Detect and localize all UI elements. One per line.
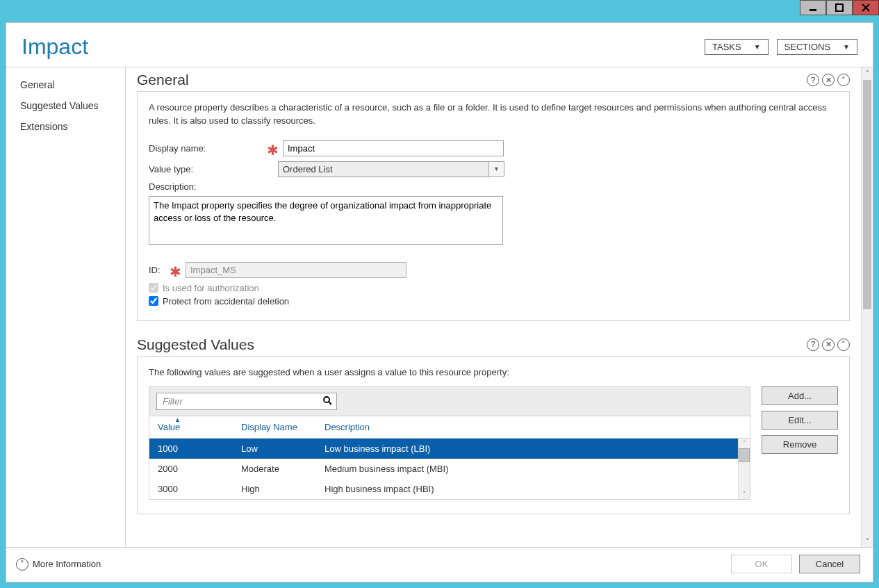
edit-button[interactable]: Edit... bbox=[762, 411, 838, 430]
caret-down-icon: ▼ bbox=[843, 43, 850, 51]
sidebar-item-extensions[interactable]: Extensions bbox=[6, 116, 125, 137]
section-title-suggested: Suggested Values bbox=[137, 336, 254, 353]
svg-rect-0 bbox=[810, 9, 816, 11]
cell-desc: Medium business impact (MBI) bbox=[325, 464, 730, 474]
cancel-button[interactable]: Cancel bbox=[799, 555, 860, 573]
id-label: ID: bbox=[149, 265, 170, 275]
close-section-icon[interactable]: ✕ bbox=[822, 338, 835, 351]
sort-asc-icon: ▲ bbox=[174, 416, 181, 423]
required-icon: ✱ bbox=[267, 142, 279, 158]
used-auth-checkbox bbox=[149, 283, 158, 293]
add-button[interactable]: Add... bbox=[762, 386, 838, 405]
sections-dropdown[interactable]: SECTIONS ▼ bbox=[777, 39, 857, 55]
table-body: 1000 Low Low business impact (LBI) 2000 … bbox=[149, 439, 738, 499]
content-scrollbar[interactable]: ˄ ˅ bbox=[861, 67, 873, 547]
filter-bar: Filter bbox=[149, 386, 750, 416]
cell-desc: High business impact (HBI) bbox=[325, 484, 730, 494]
required-icon: ✱ bbox=[170, 263, 181, 280]
col-header-value[interactable]: ▲Value bbox=[158, 422, 241, 432]
filter-input[interactable]: Filter bbox=[156, 393, 337, 410]
more-information-toggle[interactable]: ˄ More Information bbox=[16, 558, 101, 571]
section-title-general: General bbox=[137, 72, 189, 88]
help-icon[interactable]: ? bbox=[807, 74, 819, 86]
scroll-down-icon: ˅ bbox=[739, 489, 750, 499]
title-bar bbox=[0, 0, 879, 22]
close-button[interactable] bbox=[853, 0, 879, 15]
used-auth-label: Is used for authorization bbox=[163, 283, 259, 293]
ok-button: OK bbox=[731, 555, 792, 573]
help-icon[interactable]: ? bbox=[807, 338, 819, 351]
table-row[interactable]: 3000 High High business impact (HBI) bbox=[149, 479, 738, 499]
protect-deletion-checkbox[interactable] bbox=[149, 296, 158, 306]
sidebar-item-general[interactable]: General bbox=[6, 74, 125, 95]
cell-value: 2000 bbox=[158, 464, 241, 474]
general-panel: A resource property describes a characte… bbox=[137, 91, 850, 321]
collapse-icon[interactable]: ˄ bbox=[837, 74, 850, 86]
value-type-label: Value type: bbox=[149, 164, 267, 174]
description-input[interactable] bbox=[149, 196, 503, 245]
maximize-button[interactable] bbox=[826, 0, 853, 15]
value-type-select[interactable]: Ordered List▼ bbox=[278, 161, 506, 177]
cell-value: 1000 bbox=[158, 443, 241, 454]
scroll-thumb[interactable] bbox=[739, 448, 750, 462]
cell-desc: Low business impact (LBI) bbox=[325, 443, 730, 454]
caret-down-icon: ▼ bbox=[754, 43, 761, 51]
col-header-description[interactable]: Description bbox=[325, 422, 741, 432]
sidebar: General Suggested Values Extensions bbox=[6, 67, 126, 547]
more-information-label: More Information bbox=[33, 559, 101, 569]
remove-button[interactable]: Remove bbox=[762, 435, 838, 454]
table-row[interactable]: 2000 Moderate Medium business impact (MB… bbox=[149, 459, 738, 479]
scroll-down-icon: ˅ bbox=[862, 535, 873, 547]
search-icon bbox=[322, 395, 332, 407]
col-header-display[interactable]: Display Name bbox=[241, 422, 325, 432]
sections-label: SECTIONS bbox=[784, 42, 830, 52]
protect-deletion-label: Protect from accidental deletion bbox=[163, 296, 289, 307]
sidebar-item-suggested-values[interactable]: Suggested Values bbox=[6, 95, 125, 116]
suggested-intro: The following values are suggested when … bbox=[149, 366, 838, 379]
page-title: Impact bbox=[22, 34, 88, 60]
display-name-input[interactable] bbox=[283, 140, 504, 156]
filter-placeholder: Filter bbox=[163, 396, 183, 407]
content-area: General ? ✕ ˄ A resource property descri… bbox=[126, 67, 861, 547]
tasks-dropdown[interactable]: TASKS ▼ bbox=[705, 39, 769, 55]
svg-rect-1 bbox=[836, 4, 843, 11]
description-label: Description: bbox=[149, 181, 267, 192]
minimize-button[interactable] bbox=[800, 0, 826, 15]
suggested-panel: The following values are suggested when … bbox=[137, 356, 850, 514]
cell-display: Moderate bbox=[241, 464, 325, 474]
general-intro: A resource property describes a characte… bbox=[149, 101, 838, 128]
cell-display: High bbox=[241, 484, 325, 494]
collapse-icon[interactable]: ˄ bbox=[837, 338, 850, 351]
display-name-label: Display name: bbox=[149, 143, 267, 154]
id-input bbox=[186, 262, 406, 278]
scroll-up-icon: ˄ bbox=[739, 439, 750, 448]
dropdown-arrow-icon: ▼ bbox=[489, 161, 504, 177]
table-row[interactable]: 1000 Low Low business impact (LBI) bbox=[149, 439, 738, 459]
expand-icon: ˄ bbox=[16, 558, 28, 571]
cell-value: 3000 bbox=[158, 484, 241, 494]
tasks-label: TASKS bbox=[712, 42, 741, 52]
svg-line-5 bbox=[329, 402, 331, 405]
cell-display: Low bbox=[241, 443, 325, 454]
svg-point-4 bbox=[324, 397, 329, 402]
scroll-up-icon: ˄ bbox=[862, 67, 873, 79]
scroll-thumb[interactable] bbox=[863, 80, 871, 309]
close-section-icon[interactable]: ✕ bbox=[822, 74, 835, 86]
value-type-value: Ordered List bbox=[278, 161, 489, 177]
table-header: ▲Value Display Name Description bbox=[149, 416, 750, 438]
table-scrollbar[interactable]: ˄ ˅ bbox=[738, 439, 750, 499]
